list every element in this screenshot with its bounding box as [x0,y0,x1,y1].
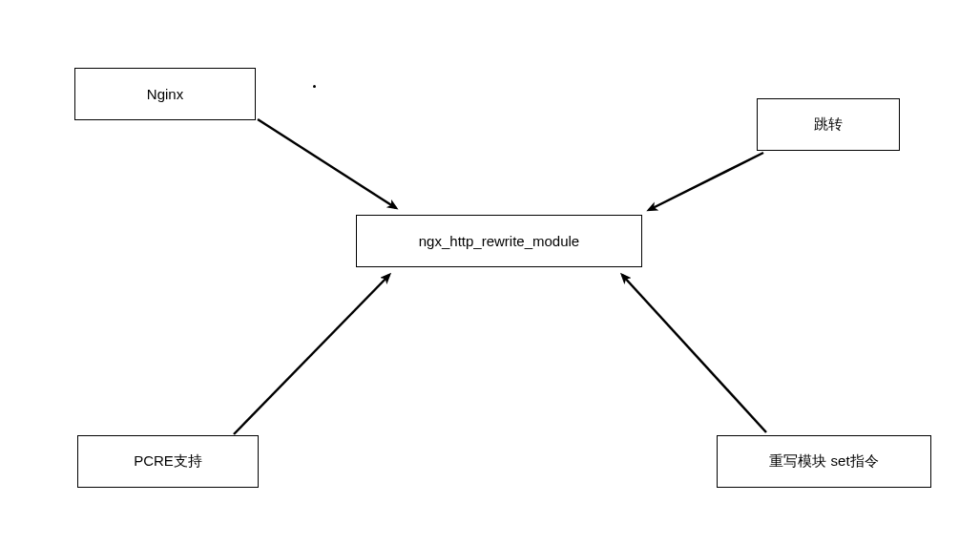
node-center: ngx_http_rewrite_module [356,215,642,267]
arrow-set-to-center [622,275,766,432]
node-label: 重写模块 set指令 [769,452,878,471]
node-label: ngx_http_rewrite_module [419,233,579,249]
arrow-pcre-to-center [234,275,389,434]
node-nginx: Nginx [74,68,256,120]
dot-decoration [313,85,316,88]
node-label: Nginx [147,86,183,102]
arrow-jump-to-center [649,153,763,210]
node-jump: 跳转 [757,98,900,151]
node-label: 跳转 [814,115,843,134]
arrow-nginx-to-center [258,119,396,208]
node-label: PCRE支持 [134,452,202,471]
node-set: 重写模块 set指令 [717,435,931,488]
node-pcre: PCRE支持 [77,435,259,488]
